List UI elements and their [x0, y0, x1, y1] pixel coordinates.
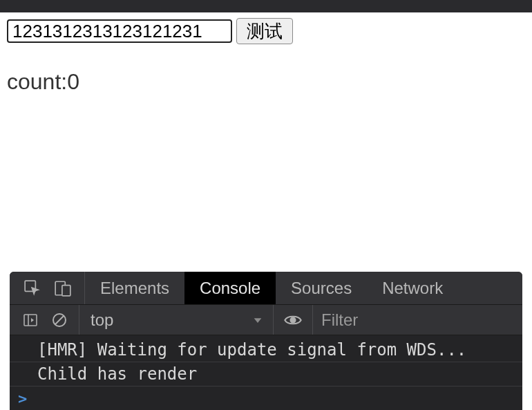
console-line: Child has render [10, 362, 522, 386]
console-body: [HMR] Waiting for update signal from WDS… [10, 335, 522, 410]
filter-input[interactable] [321, 310, 522, 330]
device-toggle-icon[interactable] [54, 279, 72, 297]
devtools-tabs: Elements Console Sources Network [10, 272, 522, 305]
input-row: 测试 [7, 18, 525, 44]
inspect-icon[interactable] [23, 279, 41, 297]
svg-rect-2 [62, 285, 70, 295]
browser-chrome-bar [0, 0, 532, 12]
tab-elements[interactable]: Elements [85, 272, 184, 304]
devtools-toolbar: top [10, 305, 522, 335]
tab-sources[interactable]: Sources [276, 272, 367, 304]
page-content: 测试 count:0 [0, 12, 532, 100]
console-line: [HMR] Waiting for update signal from WDS… [10, 338, 522, 362]
count-text: count:0 [7, 69, 525, 95]
devtools-panel: Elements Console Sources Network top [10, 272, 522, 410]
toolbar-left-group [10, 305, 79, 335]
context-label: top [91, 310, 113, 330]
console-prompt[interactable]: > [10, 386, 522, 410]
svg-rect-3 [24, 315, 37, 326]
prompt-chevron-icon: > [18, 390, 27, 407]
count-label: count: [7, 69, 67, 94]
devtools-icon-group [10, 272, 85, 304]
clear-console-icon[interactable] [51, 312, 68, 328]
svg-point-7 [291, 317, 296, 322]
filter-wrap [313, 310, 522, 330]
context-selector[interactable]: top [79, 310, 273, 330]
svg-line-6 [55, 316, 64, 324]
tab-console[interactable]: Console [184, 272, 276, 304]
toggle-sidebar-icon[interactable] [22, 312, 39, 328]
test-button[interactable]: 测试 [236, 18, 293, 44]
tab-network[interactable]: Network [367, 272, 458, 304]
live-expression-icon[interactable] [273, 305, 313, 335]
text-input[interactable] [7, 19, 232, 43]
count-value: 0 [67, 69, 79, 94]
chevron-down-icon [252, 315, 263, 326]
